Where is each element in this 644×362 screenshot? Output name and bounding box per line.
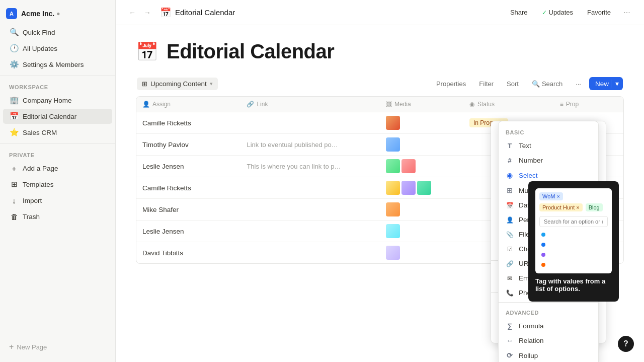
cell-assign[interactable]: Camille Ricketts — [136, 112, 240, 134]
main-content: ← → 📅 Editorial Calendar Share ✓ Updates… — [116, 0, 644, 362]
import-icon: ↓ — [9, 195, 19, 205]
new-dropdown-arrow[interactable]: ▾ — [611, 80, 623, 88]
type-formula[interactable]: ∑ Formula — [499, 319, 598, 333]
url-type-icon: 🔗 — [506, 260, 514, 267]
cell-link[interactable]: Link to eventual published po… — [240, 134, 380, 156]
sidebar-item-company-home[interactable]: 🏢 Company Home — [3, 93, 112, 108]
cell-media[interactable] — [380, 221, 463, 242]
cell-link[interactable] — [240, 242, 380, 264]
rollup-type-icon: ⟳ — [506, 351, 514, 359]
help-button[interactable]: ? — [618, 336, 634, 352]
right-panel-divider — [499, 302, 598, 303]
cell-media[interactable] — [380, 242, 463, 264]
sidebar-item-all-updates[interactable]: 🕐 All Updates — [3, 41, 112, 56]
number-type-icon: # — [506, 157, 514, 164]
more-options-button[interactable]: ··· — [620, 6, 634, 20]
cell-media[interactable] — [380, 134, 463, 156]
formula-type-icon: ∑ — [506, 322, 514, 330]
cell-media[interactable] — [380, 199, 463, 221]
relation-type-icon: ↔ — [506, 337, 514, 344]
email-type-icon: ✉ — [506, 275, 514, 282]
col-header-assign: 👤 Assign — [136, 97, 240, 112]
sidebar-item-settings[interactable]: ⚙️ Settings & Members — [3, 57, 112, 72]
topbar-page-title: Editorial Calendar — [175, 8, 235, 17]
facebook-dot — [541, 243, 545, 247]
workspace-header[interactable]: A Acme Inc. ● — [0, 5, 115, 22]
tooltip-option-wom[interactable]: WoM — [539, 250, 608, 259]
media-thumbnail — [417, 181, 431, 195]
new-page-plus-icon: + — [9, 342, 14, 351]
cell-assign[interactable]: David Tibbitts — [136, 242, 240, 264]
cell-assign[interactable]: Mike Shafer — [136, 199, 240, 221]
sidebar-item-sales-crm[interactable]: ⭐ Sales CRM — [3, 125, 112, 140]
forward-button[interactable]: → — [141, 6, 154, 19]
search-icon: 🔍 — [532, 80, 540, 88]
tooltip-title: Tag with values from a list of options. — [535, 277, 612, 293]
cell-assign[interactable]: Timothy Pavlov — [136, 134, 240, 156]
cell-media[interactable] — [380, 112, 463, 134]
cell-media[interactable] — [380, 156, 463, 177]
back-button[interactable]: ← — [126, 6, 139, 19]
sidebar-item-import[interactable]: ↓ Import — [3, 193, 112, 208]
tooltip-option-hacker-news[interactable]: Hacker News — [539, 260, 608, 269]
workspace-name: Acme Inc. — [21, 10, 54, 18]
sidebar-item-editorial-calendar[interactable]: 📅 Editorial Calendar — [3, 109, 112, 124]
new-record-button[interactable]: New ▾ — [589, 77, 623, 90]
cell-link[interactable] — [240, 177, 380, 199]
media-thumbnail — [386, 246, 400, 260]
type-text[interactable]: T Text — [499, 138, 598, 153]
cell-assign[interactable]: Camille Ricketts — [136, 177, 240, 199]
sidebar-divider-2 — [0, 143, 115, 144]
db-view-button[interactable]: ⊞ Upcoming Content ▾ — [137, 78, 218, 90]
properties-button[interactable]: Properties — [431, 78, 471, 90]
link-col-icon: 🔗 — [247, 101, 254, 108]
tooltip-option-facebook[interactable]: Facebook — [539, 240, 608, 249]
updates-check-icon: ✓ — [542, 9, 547, 16]
media-thumbnail — [386, 137, 400, 152]
company-home-icon: 🏢 — [9, 95, 19, 105]
cell-link[interactable] — [240, 221, 380, 242]
media-col-icon: 🖼 — [386, 101, 392, 108]
cell-assign[interactable]: Leslie Jensen — [136, 156, 240, 177]
filter-button[interactable]: Filter — [474, 78, 499, 90]
updates-button[interactable]: ✓ Updates — [537, 6, 578, 19]
tooltip-search-input[interactable] — [539, 216, 608, 227]
sidebar-item-quick-find[interactable]: 🔍 Quick Find — [3, 25, 112, 40]
page-content: 📅 Editorial Calendar ⊞ Upcoming Content … — [116, 25, 644, 362]
cell-link[interactable]: This is where you can link to p… — [240, 156, 380, 177]
grid-icon: ⊞ — [142, 80, 147, 88]
cell-assign[interactable]: Leslie Jensen — [136, 221, 240, 242]
page-heading: 📅 Editorial Calendar — [136, 40, 624, 63]
col-header-link: 🔗 Link — [240, 97, 380, 112]
cell-media[interactable] — [380, 177, 463, 199]
tooltip-preview: WoM × Product Hunt × Blog Twitter Facebo… — [535, 188, 612, 273]
status-col-icon: ◉ — [469, 101, 474, 108]
page-heading-text: Editorial Calendar — [167, 40, 334, 63]
col-header-status: ◉ Status — [463, 97, 554, 112]
type-relation[interactable]: ↔ Relation — [499, 333, 598, 348]
basic-section-label: BASIC — [499, 124, 598, 138]
col-header-media: 🖼 Media — [380, 97, 463, 112]
media-thumbnail — [401, 159, 416, 173]
cell-link[interactable] — [240, 199, 380, 221]
type-rollup[interactable]: ⟳ Rollup — [499, 348, 598, 362]
new-page-button[interactable]: + New Page — [3, 340, 112, 354]
workspace-icon: A — [6, 8, 17, 19]
tooltip-option-twitter[interactable]: Twitter — [539, 230, 608, 239]
topbar: ← → 📅 Editorial Calendar Share ✓ Updates… — [116, 0, 644, 25]
media-thumbnail — [386, 116, 400, 130]
type-select[interactable]: ◉ Select — [499, 168, 598, 183]
sidebar: A Acme Inc. ● 🔍 Quick Find 🕐 All Updates… — [0, 0, 116, 362]
sidebar-item-templates[interactable]: ⊞ Templates — [3, 177, 112, 192]
sort-button[interactable]: Sort — [502, 78, 524, 90]
sidebar-item-add-page[interactable]: + Add a Page — [3, 161, 112, 176]
more-db-options-button[interactable]: ··· — [571, 78, 586, 90]
share-button[interactable]: Share — [505, 6, 533, 19]
search-button[interactable]: 🔍 Search — [527, 78, 568, 90]
advanced-section-label: ADVANCED — [499, 305, 598, 319]
media-thumbnail — [386, 181, 400, 195]
type-number[interactable]: # Number — [499, 153, 598, 168]
cell-link[interactable] — [240, 112, 380, 134]
favorite-button[interactable]: Favorite — [582, 6, 616, 19]
sidebar-item-trash[interactable]: 🗑 Trash — [3, 209, 112, 224]
